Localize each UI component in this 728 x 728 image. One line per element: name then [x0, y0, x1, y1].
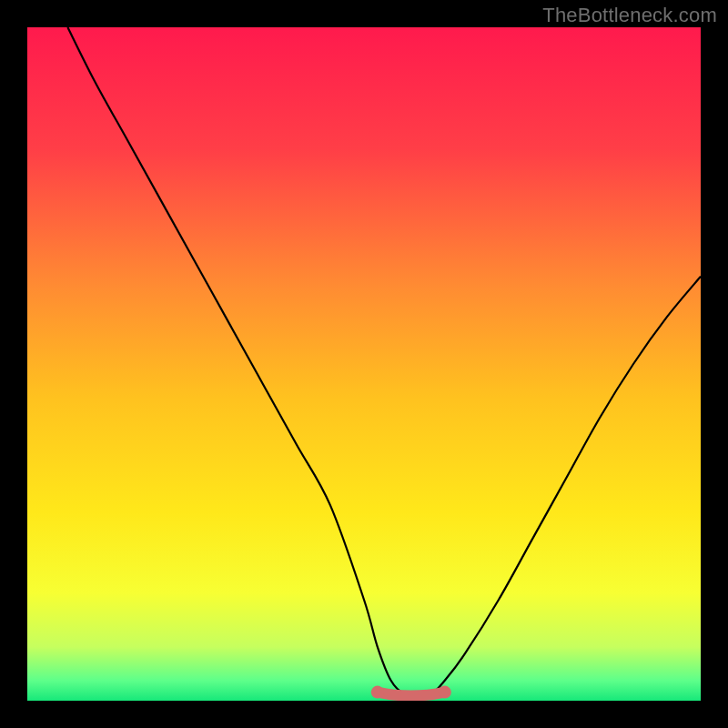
- svg-point-2: [439, 686, 451, 699]
- curve-line: [67, 27, 701, 695]
- chart-frame: TheBottleneck.com: [0, 0, 728, 728]
- svg-point-1: [371, 686, 384, 699]
- bottleneck-curve: [27, 27, 701, 701]
- watermark-text: TheBottleneck.com: [542, 4, 717, 27]
- plot-area: [27, 27, 701, 701]
